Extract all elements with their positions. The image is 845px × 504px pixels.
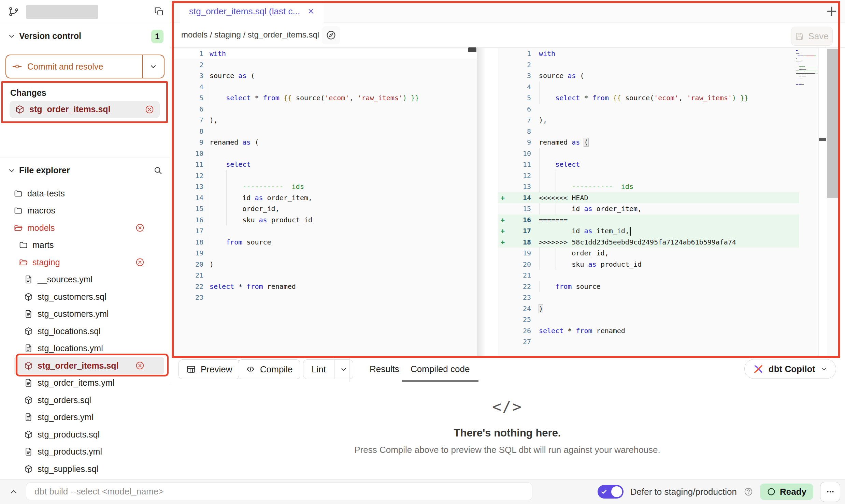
- code-line[interactable]: 25: [498, 314, 799, 325]
- code-line[interactable]: 10: [498, 148, 799, 159]
- code-line[interactable]: 11 select: [170, 159, 477, 170]
- pane-divider[interactable]: [477, 48, 498, 356]
- tab-stg-order-items[interactable]: stg_order_items.sql (last c...: [180, 0, 324, 23]
- file-explorer-header[interactable]: File explorer: [0, 163, 170, 179]
- code-line[interactable]: 1with: [170, 48, 477, 59]
- code-line[interactable]: 16 sku as product_id: [170, 214, 477, 226]
- code-line[interactable]: 6: [170, 104, 477, 115]
- tree-item-stg_locations.yml[interactable]: stg_locations.yml: [0, 340, 170, 357]
- code-line[interactable]: 9renamed as (: [170, 137, 477, 148]
- code-line[interactable]: 7),: [498, 115, 799, 126]
- version-control-header[interactable]: Version control 1: [0, 29, 170, 44]
- code-line[interactable]: 20 sku as product_id: [498, 259, 799, 270]
- code-line[interactable]: 1with: [498, 48, 799, 59]
- chevron-down-icon[interactable]: [8, 32, 16, 40]
- tree-item-data-tests[interactable]: data-tests: [0, 185, 170, 202]
- code-line[interactable]: 11 select: [498, 159, 799, 170]
- commit-dropdown-button[interactable]: [143, 55, 164, 78]
- tree-item-__sources.yml[interactable]: __sources.yml: [0, 271, 170, 288]
- minimap-visible-region[interactable]: [827, 49, 840, 198]
- tree-item-stg_products.sql[interactable]: stg_products.sql: [0, 426, 170, 443]
- tree-item-macros[interactable]: macros: [0, 202, 170, 220]
- code-line[interactable]: 17: [170, 225, 477, 237]
- tree-item-stg_customers.yml[interactable]: stg_customers.yml: [0, 306, 170, 323]
- code-line[interactable]: +18>>>>>>> 58c1dd23d5eebd9cd2495fa7124ab…: [498, 237, 799, 248]
- code-line[interactable]: 23: [170, 292, 477, 303]
- code-line[interactable]: 2: [498, 59, 799, 71]
- tree-item-stg_order_items.yml[interactable]: stg_order_items.yml: [0, 374, 170, 392]
- dbt-copilot-button[interactable]: dbt Copilot: [744, 359, 836, 379]
- tree-item-stg_order_items.sql[interactable]: stg_order_items.sql: [14, 357, 164, 374]
- code-line[interactable]: 12: [170, 170, 477, 181]
- tree-item-models[interactable]: models: [0, 219, 170, 237]
- changed-file-item[interactable]: stg_order_items.sql: [10, 101, 160, 118]
- tree-item-stg_locations.sql[interactable]: stg_locations.sql: [0, 323, 170, 340]
- code-pane-current[interactable]: 1with23source as (45 select * from {{ so…: [498, 48, 840, 356]
- preview-button[interactable]: Preview: [178, 359, 240, 379]
- code-line[interactable]: 22select * from renamed: [170, 281, 477, 292]
- copy-icon[interactable]: [154, 6, 164, 17]
- right-scrollbar-thumb[interactable]: [819, 138, 826, 141]
- code-line[interactable]: 7),: [170, 115, 477, 126]
- code-line[interactable]: 9renamed as (: [498, 137, 799, 148]
- code-line[interactable]: 13 ---------- ids: [170, 181, 477, 192]
- tree-item-stg_products.yml[interactable]: stg_products.yml: [0, 443, 170, 461]
- code-pane-last-commit[interactable]: 1with23source as (45 select * from {{ so…: [170, 48, 477, 356]
- code-line[interactable]: 15 order_id,: [170, 203, 477, 214]
- tree-item-marts[interactable]: marts: [0, 237, 170, 254]
- compile-button[interactable]: Compile: [238, 359, 300, 379]
- command-input[interactable]: [26, 483, 532, 500]
- code-line[interactable]: 18 from source: [170, 237, 477, 248]
- close-icon[interactable]: [307, 7, 315, 15]
- tab-results[interactable]: Results: [361, 356, 408, 382]
- code-line[interactable]: 20): [170, 259, 477, 270]
- lint-dropdown-button[interactable]: [334, 360, 353, 379]
- more-options-button[interactable]: [820, 482, 840, 502]
- code-line[interactable]: 2: [170, 59, 477, 71]
- lint-button[interactable]: Lint: [303, 359, 353, 379]
- tree-item-stg_customers.sql[interactable]: stg_customers.sql: [0, 288, 170, 306]
- code-line[interactable]: 6: [498, 104, 799, 115]
- tab-compiled-code[interactable]: Compiled code: [402, 356, 478, 382]
- code-line[interactable]: 24): [498, 303, 799, 314]
- commit-and-resolve-button[interactable]: Commit and resolve: [5, 55, 164, 78]
- code-line[interactable]: 12: [498, 170, 799, 181]
- chevron-down-icon[interactable]: [8, 166, 16, 175]
- search-icon[interactable]: [153, 166, 163, 175]
- code-line[interactable]: 10: [170, 148, 477, 159]
- code-line[interactable]: 19: [170, 248, 477, 259]
- code-line[interactable]: +14<<<<<<< HEAD: [498, 192, 799, 204]
- tree-item-stg_orders.yml[interactable]: stg_orders.yml: [0, 409, 170, 426]
- code-line[interactable]: 15 id as order_item,: [498, 203, 799, 214]
- new-tab-button[interactable]: [825, 5, 838, 18]
- code-line[interactable]: 5 select * from {{ source('ecom', 'raw_i…: [170, 92, 477, 104]
- tree-item-stg_orders.sql[interactable]: stg_orders.sql: [0, 391, 170, 409]
- code-line[interactable]: 8: [498, 126, 799, 137]
- code-line[interactable]: 14 id as order_item,: [170, 192, 477, 204]
- help-icon[interactable]: [744, 487, 753, 496]
- code-line[interactable]: 5 select * from {{ source('ecom', 'raw_i…: [498, 92, 799, 104]
- left-scrollbar-thumb[interactable]: [468, 47, 476, 52]
- code-line[interactable]: 3source as (: [170, 70, 477, 81]
- code-line[interactable]: 3source as (: [498, 70, 799, 81]
- code-line[interactable]: +16=======: [498, 214, 799, 226]
- minimap[interactable]: [796, 50, 818, 87]
- save-button[interactable]: Save: [791, 27, 833, 46]
- code-line[interactable]: +17 id as item_id,: [498, 225, 799, 237]
- tree-item-stg_supplies.sql[interactable]: stg_supplies.sql: [0, 460, 170, 478]
- right-scrollbar-track[interactable]: [818, 48, 827, 356]
- lineage-button[interactable]: [322, 26, 340, 44]
- code-line[interactable]: 8: [170, 126, 477, 137]
- chevron-up-icon[interactable]: [9, 487, 18, 496]
- defer-toggle[interactable]: [598, 485, 624, 499]
- code-line[interactable]: 27: [498, 336, 799, 347]
- code-line[interactable]: 19 order_id,: [498, 248, 799, 259]
- code-line[interactable]: 13 ---------- ids: [498, 181, 799, 192]
- code-line[interactable]: 21: [170, 270, 477, 281]
- code-line[interactable]: 26select * from renamed: [498, 325, 799, 337]
- code-line[interactable]: 4: [498, 81, 799, 93]
- code-line[interactable]: 21: [498, 270, 799, 281]
- code-line[interactable]: 22 from source: [498, 281, 799, 292]
- tree-item-staging[interactable]: staging: [0, 254, 170, 271]
- code-line[interactable]: 4: [170, 81, 477, 93]
